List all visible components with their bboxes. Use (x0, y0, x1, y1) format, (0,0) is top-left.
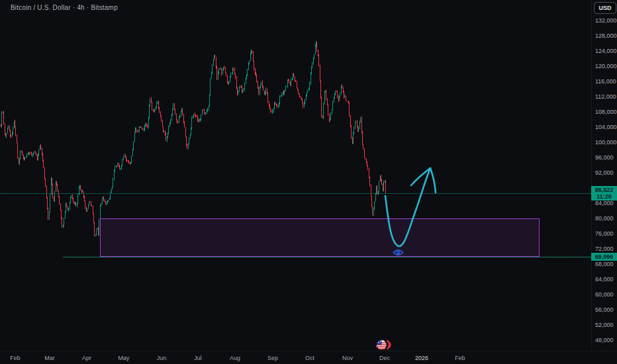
time-tick-label: Feb (455, 355, 465, 361)
time-tick-label: Oct (305, 355, 314, 361)
price-axis[interactable]: 132,000128,000124,000120,000116,000112,0… (591, 0, 617, 351)
time-tick-label: May (118, 355, 129, 361)
price-tick-label: 80,000 (595, 215, 614, 222)
last-price-label: 86,522 11:20 (591, 186, 617, 201)
price-tick-label: 124,000 (595, 48, 617, 54)
price-tick-label: 60,000 (595, 291, 614, 298)
price-tick-label: 116,000 (595, 78, 616, 85)
time-tick-label: Nov (342, 355, 353, 361)
time-tick-label: Mar (44, 355, 55, 361)
bar-countdown: 11:20 (591, 193, 617, 200)
events-flag-icon[interactable] (375, 338, 393, 351)
price-tick-label: 64,000 (595, 276, 614, 283)
candlestick-chart-canvas[interactable] (0, 0, 617, 351)
eye-icon[interactable] (393, 248, 404, 257)
time-tick-label: Jun (157, 355, 167, 361)
price-tick-label: 56,000 (595, 306, 614, 313)
time-tick-label: Dec (379, 355, 390, 361)
support-price-label: 69,996 (591, 253, 617, 261)
chart-app: Bitcoin / U.S. Dollar · 4h · Bitstamp (0, 0, 617, 364)
price-tick-label: 76,000 (595, 230, 614, 237)
time-axis[interactable]: FebMarAprMayJunJulAugSepOctNovDec2026Feb (0, 351, 617, 364)
time-tick-label: 2026 (415, 355, 428, 361)
time-tick-label: Jul (194, 355, 202, 361)
currency-toggle-button[interactable]: USD (594, 2, 616, 14)
price-tick-label: 132,000 (595, 17, 617, 24)
last-price-value: 86,522 (591, 187, 617, 193)
time-tick-label: Feb (10, 355, 21, 361)
price-tick-label: 92,000 (595, 169, 614, 176)
rectangle-drawing[interactable] (100, 218, 540, 257)
symbol-title: Bitcoin / U.S. Dollar · 4h · Bitstamp (11, 4, 118, 11)
price-tick-label: 108,000 (595, 109, 617, 115)
price-tick-label: 104,000 (595, 124, 617, 130)
price-tick-label: 48,000 (595, 337, 614, 343)
price-tick-label: 112,000 (595, 93, 616, 100)
price-tick-label: 68,000 (595, 261, 614, 267)
price-tick-label: 72,000 (595, 246, 614, 252)
price-tick-label: 52,000 (595, 322, 614, 328)
time-tick-label: Sep (267, 355, 278, 361)
price-tick-label: 120,000 (595, 63, 617, 69)
time-tick-label: Apr (82, 355, 91, 361)
price-tick-label: 100,000 (595, 139, 617, 146)
support-horizontal-line[interactable] (63, 257, 591, 257)
price-tick-label: 96,000 (595, 154, 614, 161)
last-price-dotted-line (0, 193, 591, 194)
price-tick-label: 128,000 (595, 32, 617, 39)
time-tick-label: Aug (230, 355, 240, 361)
